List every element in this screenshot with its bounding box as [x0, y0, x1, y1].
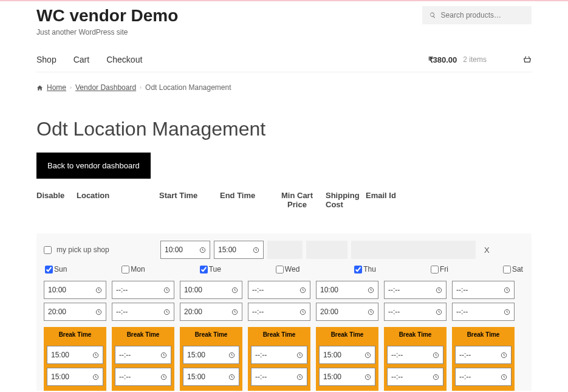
schedule-col-4: 10:0020:00Break Time15:0015:00: [316, 281, 378, 391]
break-time-header: Break Time: [180, 327, 242, 342]
clock-icon: [228, 352, 235, 359]
break-start-input[interactable]: 15:00: [183, 346, 239, 364]
day-checkbox-thu[interactable]: [354, 266, 362, 273]
clock-icon: [160, 374, 167, 380]
nav-shop[interactable]: Shop: [36, 55, 56, 64]
open-time-input[interactable]: 10:00: [44, 281, 106, 299]
break-end-input[interactable]: --:--: [115, 368, 171, 386]
close-time-input[interactable]: --:--: [452, 303, 515, 321]
break-time-header: Break Time: [44, 327, 106, 342]
schedule-col-1: --:----:--Break Time--:----:--: [112, 281, 174, 391]
day-checkbox-mon[interactable]: [121, 266, 129, 273]
cart-amount: ₹380.00: [428, 55, 457, 64]
break-start-input[interactable]: 15:00: [319, 346, 375, 364]
home-icon: [36, 84, 43, 91]
cart-widget[interactable]: ₹380.00 2 items: [428, 55, 532, 64]
close-time-input[interactable]: 20:00: [44, 303, 106, 321]
day-checkbox-sat[interactable]: [503, 266, 511, 273]
site-tagline: Just another WordPress site: [36, 28, 178, 36]
search-box[interactable]: [422, 6, 532, 24]
clock-icon: [296, 374, 303, 380]
break-start-input[interactable]: --:--: [115, 346, 171, 364]
delete-row-button[interactable]: X: [484, 246, 490, 255]
day-checkbox-wed[interactable]: [276, 266, 284, 273]
location-name: my pick up shop: [56, 246, 157, 254]
email-input[interactable]: [351, 241, 476, 259]
end-time-input[interactable]: 15:00: [214, 241, 264, 259]
day-checkbox-tue[interactable]: [200, 266, 208, 273]
nav-checkout[interactable]: Checkout: [106, 55, 142, 64]
back-to-dashboard-button[interactable]: Back to vendor dashboard: [36, 153, 151, 179]
day-mon: Mon: [121, 265, 145, 273]
clock-icon: [199, 247, 206, 253]
col-price: Min Cart Price: [272, 191, 322, 209]
clock-icon: [433, 374, 439, 380]
schedule-col-2: 10:0020:00Break Time15:0015:00: [180, 281, 242, 391]
day-sat: Sat: [503, 265, 523, 273]
breadcrumb-current: Odt Location Management: [145, 83, 231, 92]
break-end-input[interactable]: --:--: [455, 368, 512, 386]
col-email: Email Id: [366, 191, 414, 209]
clock-icon: [160, 352, 167, 359]
break-end-input[interactable]: --:--: [251, 368, 307, 386]
clock-icon: [95, 309, 102, 315]
clock-icon: [299, 309, 306, 315]
day-checkbox-sun[interactable]: [45, 266, 53, 273]
day-sun: Sun: [45, 265, 67, 273]
basket-icon: [523, 55, 532, 64]
clock-icon: [231, 309, 238, 315]
open-time-input[interactable]: --:--: [384, 281, 447, 299]
search-input[interactable]: [441, 11, 524, 19]
break-start-input[interactable]: --:--: [251, 346, 307, 364]
clock-icon: [95, 287, 102, 294]
day-label: Sun: [54, 265, 67, 273]
clock-icon: [368, 309, 374, 315]
clock-icon: [253, 247, 259, 253]
break-body: --:----:--: [248, 342, 310, 391]
close-time-input[interactable]: --:--: [112, 303, 174, 321]
page-title: Odt Location Management: [36, 118, 532, 140]
break-end-input[interactable]: 15:00: [319, 368, 375, 386]
nav-cart[interactable]: Cart: [74, 55, 89, 64]
col-end: End Time: [220, 191, 269, 209]
start-time-input[interactable]: 10:00: [160, 241, 210, 259]
site-title: WC vendor Demo: [36, 6, 178, 26]
clock-icon: [228, 374, 235, 380]
break-start-input[interactable]: --:--: [387, 346, 443, 364]
min-cart-price-input[interactable]: [267, 241, 303, 259]
shipping-cost-input[interactable]: [306, 241, 347, 259]
break-start-input[interactable]: --:--: [455, 346, 512, 364]
day-label: Mon: [131, 265, 145, 273]
clock-icon: [92, 374, 99, 380]
break-start-input[interactable]: 15:00: [47, 346, 103, 364]
break-body: 15:0015:00: [180, 342, 242, 391]
clock-icon: [296, 352, 303, 359]
break-end-input[interactable]: 15:00: [47, 368, 103, 386]
close-time-input[interactable]: --:--: [384, 303, 447, 321]
break-end-input[interactable]: 15:00: [183, 368, 239, 386]
open-time-input[interactable]: 10:00: [316, 281, 378, 299]
open-time-input[interactable]: 10:00: [180, 281, 242, 299]
close-time-input[interactable]: --:--: [248, 303, 310, 321]
clock-icon: [436, 309, 442, 315]
clock-icon: [231, 287, 238, 294]
close-time-input[interactable]: 20:00: [180, 303, 242, 321]
breadcrumb-home[interactable]: Home: [47, 83, 66, 92]
break-end-input[interactable]: --:--: [387, 368, 443, 386]
day-label: Wed: [285, 265, 299, 273]
break-body: --:----:--: [384, 342, 447, 391]
clock-icon: [368, 287, 374, 294]
clock-icon: [501, 374, 507, 380]
close-time-input[interactable]: 20:00: [316, 303, 378, 321]
open-time-input[interactable]: --:--: [112, 281, 174, 299]
day-thu: Thu: [354, 265, 376, 273]
disable-checkbox[interactable]: [44, 246, 52, 254]
col-disable: Disable: [36, 191, 73, 209]
open-time-input[interactable]: --:--: [452, 281, 515, 299]
breadcrumb-vendor[interactable]: Vendor Dashboard: [75, 83, 136, 92]
open-time-input[interactable]: --:--: [248, 281, 310, 299]
day-checkbox-fri[interactable]: [431, 266, 439, 273]
break-time-header: Break Time: [384, 327, 447, 342]
day-wed: Wed: [276, 265, 299, 273]
clock-icon: [364, 352, 371, 359]
